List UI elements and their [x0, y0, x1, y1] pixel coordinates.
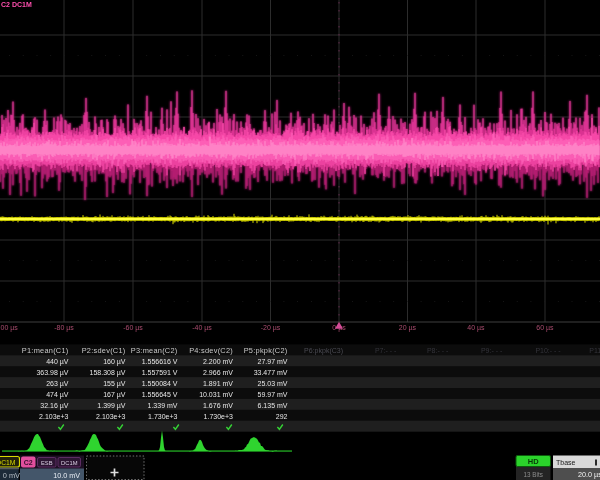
svg-text:167 µV: 167 µV — [103, 391, 126, 399]
svg-text:33.477 mV: 33.477 mV — [254, 369, 288, 376]
svg-text:263 µV: 263 µV — [46, 380, 69, 388]
svg-text:P5:pkpk(C2): P5:pkpk(C2) — [244, 346, 288, 355]
svg-text:1.891 mV: 1.891 mV — [203, 380, 233, 387]
svg-text:2.103e+3: 2.103e+3 — [96, 413, 125, 420]
svg-text:-60 µs: -60 µs — [123, 324, 143, 332]
svg-text:440 µV: 440 µV — [46, 358, 69, 366]
svg-text:HD: HD — [528, 457, 539, 466]
svg-text:1.550084 V: 1.550084 V — [142, 380, 178, 387]
svg-text:6.135 mV: 6.135 mV — [258, 402, 288, 409]
svg-text:2.103e+3: 2.103e+3 — [39, 413, 68, 420]
svg-text:1.730e+3: 1.730e+3 — [148, 413, 177, 420]
svg-text:20 µs: 20 µs — [399, 324, 417, 332]
svg-text:0 mV: 0 mV — [3, 471, 20, 480]
svg-text:P3:mean(C2): P3:mean(C2) — [131, 346, 178, 355]
svg-text:13 Bits: 13 Bits — [524, 471, 543, 478]
svg-text:P8:- - -: P8:- - - — [427, 347, 449, 354]
svg-text:2.200 mV: 2.200 mV — [203, 358, 233, 365]
svg-text:1.399 µV: 1.399 µV — [97, 402, 125, 410]
svg-text:1.339 mV: 1.339 mV — [148, 402, 178, 409]
svg-text:ESB: ESB — [41, 460, 53, 466]
svg-text:C2 DC1M: C2 DC1M — [1, 1, 32, 8]
svg-text:25.03 mV: 25.03 mV — [258, 380, 288, 387]
svg-text:474 µV: 474 µV — [46, 391, 69, 399]
svg-text:32.16 µV: 32.16 µV — [40, 402, 68, 410]
svg-text:363.98 µV: 363.98 µV — [36, 369, 68, 377]
svg-text:59.97 mV: 59.97 mV — [258, 391, 288, 398]
svg-text:-20 µs: -20 µs — [261, 324, 281, 332]
svg-text:155 µV: 155 µV — [103, 380, 126, 388]
svg-text:2.966 mV: 2.966 mV — [203, 369, 233, 376]
svg-text:P10:- - -: P10:- - - — [535, 347, 561, 354]
svg-text:20.0 µs: 20.0 µs — [578, 470, 600, 479]
svg-text:1.730e+3: 1.730e+3 — [204, 413, 233, 420]
svg-text:1.556645 V: 1.556645 V — [142, 391, 178, 398]
svg-text:P4:sdev(C2): P4:sdev(C2) — [189, 346, 233, 355]
svg-text:00 µs: 00 µs — [1, 324, 19, 332]
svg-text:1.557591 V: 1.557591 V — [142, 369, 178, 376]
svg-text:P11:- - -: P11:- - - — [589, 347, 600, 354]
svg-text:60 µs: 60 µs — [536, 324, 554, 332]
svg-text:10.0 mV: 10.0 mV — [53, 471, 80, 480]
svg-text:P1:mean(C1): P1:mean(C1) — [22, 346, 69, 355]
svg-text:10.031 mV: 10.031 mV — [199, 391, 233, 398]
svg-text:160 µV: 160 µV — [103, 358, 126, 366]
svg-text:P2:sdev(C1): P2:sdev(C1) — [82, 346, 126, 355]
svg-text:1.556616 V: 1.556616 V — [142, 358, 178, 365]
svg-text:158.308 µV: 158.308 µV — [90, 369, 126, 377]
svg-text:292: 292 — [276, 413, 288, 420]
svg-text:C2: C2 — [24, 459, 33, 466]
svg-text:27.97 mV: 27.97 mV — [258, 358, 288, 365]
svg-text:-40 µs: -40 µs — [192, 324, 212, 332]
svg-text:P9:- - -: P9:- - - — [481, 347, 503, 354]
svg-text:40 µs: 40 µs — [467, 324, 485, 332]
svg-text:1.676 mV: 1.676 mV — [203, 402, 233, 409]
svg-text:DC1M: DC1M — [0, 459, 16, 466]
svg-text:DC1M: DC1M — [61, 460, 78, 466]
svg-text:P6:pkpk(C3): P6:pkpk(C3) — [304, 347, 343, 355]
svg-text:P7:- - -: P7:- - - — [375, 347, 397, 354]
svg-text:-80 µs: -80 µs — [54, 324, 74, 332]
svg-text:Tbase: Tbase — [556, 459, 576, 466]
